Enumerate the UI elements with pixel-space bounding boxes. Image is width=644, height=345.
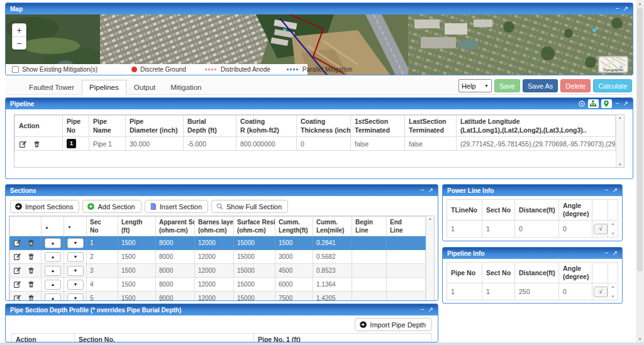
delete-icon[interactable] <box>27 266 35 275</box>
delete-button[interactable]: Delete <box>560 79 591 92</box>
collapse-icon[interactable]: − <box>616 6 619 12</box>
distributed-anode-label: Distributed Anode <box>221 66 270 73</box>
cumm-length-cell: 1500 <box>275 236 313 250</box>
move-down-button[interactable]: ▼ <box>67 238 84 248</box>
table-scrollbar[interactable]: ▲ ▼ <box>426 216 434 301</box>
sections-table: ▲ ▼ SecNo Length(ft) Apparent Soi...(ohm… <box>9 216 435 301</box>
edit-icon[interactable] <box>19 140 27 148</box>
edit-icon[interactable] <box>13 280 21 288</box>
scroll-up-icon: ▲ <box>611 285 615 288</box>
collapse-icon[interactable]: − <box>421 307 425 313</box>
edit-icon[interactable] <box>13 294 21 301</box>
collapse-icon[interactable]: − <box>421 187 425 194</box>
begin-line-cell <box>352 236 387 250</box>
delete-icon[interactable] <box>27 239 35 247</box>
delete-icon[interactable] <box>27 294 35 301</box>
scrollbar-thumb[interactable] <box>637 8 643 271</box>
depth-profile-table: Action Section No. Pipe No. 1 (ft) <box>11 333 432 342</box>
sec-no-cell: 1 <box>87 236 118 250</box>
move-up-button[interactable]: ▲ <box>45 252 61 262</box>
delete-icon[interactable] <box>27 253 35 261</box>
section-row[interactable]: ▲ ▼ 1 1500 8000 12000 15000 1500 0.2841 <box>10 236 426 250</box>
map-canvas[interactable]: + − Show Existing Mitigation(s) Discrete… <box>6 14 633 75</box>
show-full-section-button[interactable]: Show Full Section <box>211 200 288 213</box>
edit-icon[interactable] <box>13 239 21 247</box>
move-down-button[interactable]: ▼ <box>67 252 84 262</box>
pipeline-panel-title: Pipeline <box>10 101 34 107</box>
calculate-button[interactable]: Calculate <box>593 79 632 92</box>
expand-icon[interactable]: ↗ <box>428 307 433 313</box>
move-down-button[interactable]: ▼ <box>67 280 84 290</box>
power-line-row[interactable]: 1 1 0 0 √ ▲ ▼ <box>447 221 618 238</box>
sitemap-icon[interactable] <box>588 99 599 108</box>
move-down-button[interactable]: ▼ <box>67 266 84 276</box>
layer-switcher-topographic[interactable]: Topographic <box>598 56 628 73</box>
expand-icon[interactable]: ↗ <box>613 187 618 194</box>
tab-mitigation[interactable]: Mitigation <box>163 80 209 95</box>
collapse-icon[interactable]: − <box>605 187 609 194</box>
scroll-down-icon: ▼ <box>638 337 642 341</box>
tab-output[interactable]: Output <box>126 80 164 95</box>
barnes-layer-cell: 12000 <box>195 236 234 250</box>
insert-icon <box>149 202 157 211</box>
zoom-out-button[interactable]: − <box>12 36 26 50</box>
move-up-button[interactable]: ▲ <box>45 293 61 302</box>
help-select[interactable]: Help ▼ <box>458 79 492 92</box>
length-cell: 1500 <box>118 236 156 250</box>
map-pin-icon[interactable] <box>601 99 612 108</box>
apply-check-button[interactable]: √ <box>594 287 608 297</box>
row-scrollbar[interactable]: ▲ ▼ <box>609 285 616 298</box>
tab-faulted-tower[interactable]: Faulted Tower <box>21 80 82 95</box>
distance-cell: 0 <box>515 221 559 238</box>
parallel-mitigation-marker-icon <box>287 68 299 70</box>
edit-icon[interactable] <box>13 266 21 275</box>
main-tabbar: Faulted Tower Pipelines Output Mitigatio… <box>5 78 633 95</box>
delete-icon[interactable] <box>27 280 35 288</box>
show-existing-mitigation-checkbox[interactable] <box>12 66 19 73</box>
collapse-icon[interactable]: − <box>605 250 609 256</box>
scroll-up-icon: ▲ <box>638 1 642 6</box>
sect-no-cell: 1 <box>482 283 515 300</box>
discrete-ground-marker-icon <box>131 67 137 72</box>
section-row[interactable]: ▲ ▼ 2 1500 8000 12000 15000 3000 0.5682 <box>10 250 426 264</box>
expand-icon[interactable]: ↗ <box>623 101 628 107</box>
lat-long-cell: (29.771452,-95.781455),(29.770698,-95.77… <box>457 137 616 151</box>
move-up-button[interactable]: ▲ <box>45 266 61 276</box>
tab-pipelines[interactable]: Pipelines <box>82 80 126 95</box>
insert-section-button[interactable]: Insert Section <box>145 200 208 213</box>
edit-icon[interactable] <box>13 253 21 261</box>
sections-toolbar: Import Sections Add Section Insert Secti… <box>10 200 433 213</box>
pipeline-panel-header: Pipeline − ↗ <box>6 98 633 109</box>
import-sections-button[interactable]: Import Sections <box>10 200 79 213</box>
delete-icon[interactable] <box>33 140 41 148</box>
collapse-icon[interactable]: − <box>616 101 619 107</box>
import-pipe-depth-button[interactable]: Import Pipe Depth <box>355 318 432 331</box>
move-up-button[interactable]: ▲ <box>45 238 61 248</box>
pipeline-row[interactable]: 1 Pipe 1 30.000 -5.000 800.000000 0 fals… <box>15 137 616 151</box>
sections-header-row: ▲ ▼ SecNo Length(ft) Apparent Soi...(ohm… <box>10 217 426 236</box>
section-row[interactable]: ▲ ▼ 3 1500 8000 12000 15000 4500 0.8523 <box>10 264 426 278</box>
section-row[interactable]: ▲ ▼ 4 1500 8000 12000 15000 6000 1.1364 <box>10 278 426 292</box>
apply-check-button[interactable]: √ <box>594 224 608 234</box>
save-button[interactable]: Save <box>494 79 520 92</box>
expand-icon[interactable]: ↗ <box>613 250 618 256</box>
locate-icon[interactable] <box>578 100 586 107</box>
app-window: Map − ↗ <box>0 0 644 345</box>
zoom-in-button[interactable]: + <box>12 23 26 36</box>
move-down-button[interactable]: ▼ <box>67 293 84 302</box>
pipe-no-cell: 1 <box>447 283 482 300</box>
first-section-terminated-cell: false <box>351 137 405 151</box>
expand-icon[interactable]: ↗ <box>623 6 628 12</box>
pipeline-info-row[interactable]: 1 1 250 0 √ ▲ ▼ <box>447 283 618 300</box>
table-scrollbar[interactable]: ▲ ▼ <box>616 115 624 167</box>
row-scrollbar[interactable]: ▲ ▼ <box>609 222 616 236</box>
add-section-button[interactable]: Add Section <box>82 200 141 213</box>
page-scrollbar[interactable]: ▲ ▼ <box>636 0 644 342</box>
search-icon <box>216 202 224 211</box>
scroll-down-icon: ▼ <box>618 163 622 167</box>
action-buttons: Help ▼ Save Save As Delete Calculate <box>458 79 633 94</box>
move-up-button[interactable]: ▲ <box>45 280 61 290</box>
section-row[interactable]: ▲ ▼ 5 1500 8000 12000 15000 7500 1.4205 <box>10 292 426 302</box>
save-as-button[interactable]: Save As <box>523 79 558 92</box>
expand-icon[interactable]: ↗ <box>428 187 433 194</box>
